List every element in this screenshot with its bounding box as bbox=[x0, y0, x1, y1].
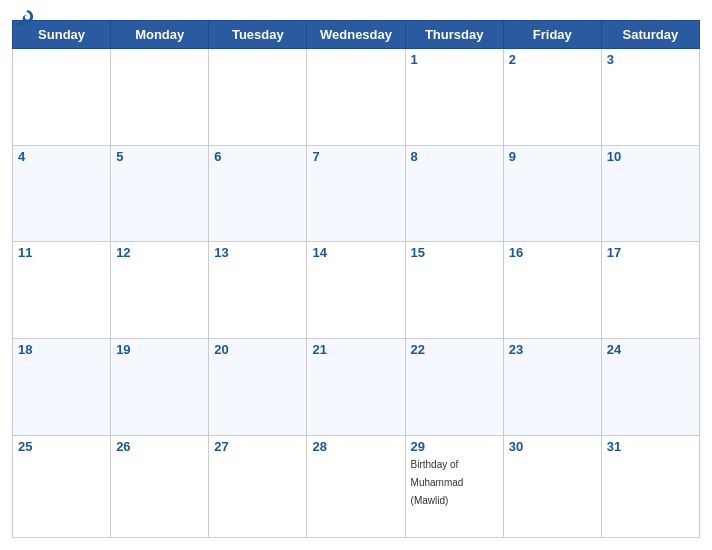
calendar-cell: 24 bbox=[601, 339, 699, 436]
calendar-cell: 12 bbox=[111, 242, 209, 339]
calendar-cell: 4 bbox=[13, 145, 111, 242]
calendar-cell: 27 bbox=[209, 435, 307, 537]
calendar-table: SundayMondayTuesdayWednesdayThursdayFrid… bbox=[12, 20, 700, 538]
calendar-cell: 23 bbox=[503, 339, 601, 436]
day-number: 13 bbox=[214, 245, 301, 260]
calendar-week-row: 45678910 bbox=[13, 145, 700, 242]
weekday-header-friday: Friday bbox=[503, 21, 601, 49]
calendar-cell: 10 bbox=[601, 145, 699, 242]
calendar-cell: 3 bbox=[601, 49, 699, 146]
day-number: 29 bbox=[411, 439, 498, 454]
calendar-cell: 1 bbox=[405, 49, 503, 146]
day-number: 19 bbox=[116, 342, 203, 357]
calendar-cell: 15 bbox=[405, 242, 503, 339]
logo-bird-icon bbox=[14, 8, 36, 34]
day-number: 30 bbox=[509, 439, 596, 454]
calendar-cell: 26 bbox=[111, 435, 209, 537]
calendar-cell: 8 bbox=[405, 145, 503, 242]
day-number: 31 bbox=[607, 439, 694, 454]
calendar-week-row: 18192021222324 bbox=[13, 339, 700, 436]
day-number: 22 bbox=[411, 342, 498, 357]
weekday-header-thursday: Thursday bbox=[405, 21, 503, 49]
calendar-cell: 17 bbox=[601, 242, 699, 339]
day-number: 5 bbox=[116, 149, 203, 164]
weekday-header-monday: Monday bbox=[111, 21, 209, 49]
day-number: 23 bbox=[509, 342, 596, 357]
calendar-cell: 20 bbox=[209, 339, 307, 436]
calendar-cell bbox=[307, 49, 405, 146]
calendar-cell: 28 bbox=[307, 435, 405, 537]
calendar-cell: 16 bbox=[503, 242, 601, 339]
day-number: 26 bbox=[116, 439, 203, 454]
day-number: 12 bbox=[116, 245, 203, 260]
calendar-cell: 22 bbox=[405, 339, 503, 436]
calendar-cell: 19 bbox=[111, 339, 209, 436]
day-number: 27 bbox=[214, 439, 301, 454]
day-number: 16 bbox=[509, 245, 596, 260]
calendar-cell bbox=[13, 49, 111, 146]
calendar-header bbox=[12, 10, 700, 14]
day-number: 4 bbox=[18, 149, 105, 164]
calendar-cell: 2 bbox=[503, 49, 601, 146]
calendar-week-row: 123 bbox=[13, 49, 700, 146]
day-number: 11 bbox=[18, 245, 105, 260]
calendar-cell: 11 bbox=[13, 242, 111, 339]
day-number: 6 bbox=[214, 149, 301, 164]
weekday-header-wednesday: Wednesday bbox=[307, 21, 405, 49]
calendar-cell: 14 bbox=[307, 242, 405, 339]
logo bbox=[12, 10, 36, 34]
weekday-header-saturday: Saturday bbox=[601, 21, 699, 49]
day-number: 7 bbox=[312, 149, 399, 164]
day-number: 1 bbox=[411, 52, 498, 67]
day-number: 18 bbox=[18, 342, 105, 357]
day-number: 15 bbox=[411, 245, 498, 260]
calendar-cell: 9 bbox=[503, 145, 601, 242]
day-number: 24 bbox=[607, 342, 694, 357]
day-number: 9 bbox=[509, 149, 596, 164]
day-number: 14 bbox=[312, 245, 399, 260]
calendar-container: SundayMondayTuesdayWednesdayThursdayFrid… bbox=[0, 0, 712, 550]
day-number: 8 bbox=[411, 149, 498, 164]
calendar-cell: 21 bbox=[307, 339, 405, 436]
calendar-cell: 30 bbox=[503, 435, 601, 537]
calendar-cell: 6 bbox=[209, 145, 307, 242]
calendar-cell: 18 bbox=[13, 339, 111, 436]
calendar-cell bbox=[209, 49, 307, 146]
day-number: 3 bbox=[607, 52, 694, 67]
day-number: 21 bbox=[312, 342, 399, 357]
calendar-cell bbox=[111, 49, 209, 146]
day-number: 25 bbox=[18, 439, 105, 454]
day-number: 20 bbox=[214, 342, 301, 357]
holiday-label: Birthday of Muhammad (Mawlid) bbox=[411, 459, 464, 506]
weekday-header-row: SundayMondayTuesdayWednesdayThursdayFrid… bbox=[13, 21, 700, 49]
day-number: 17 bbox=[607, 245, 694, 260]
calendar-cell: 7 bbox=[307, 145, 405, 242]
calendar-week-row: 11121314151617 bbox=[13, 242, 700, 339]
day-number: 28 bbox=[312, 439, 399, 454]
calendar-cell: 13 bbox=[209, 242, 307, 339]
calendar-week-row: 2526272829Birthday of Muhammad (Mawlid)3… bbox=[13, 435, 700, 537]
calendar-cell: 25 bbox=[13, 435, 111, 537]
calendar-cell: 31 bbox=[601, 435, 699, 537]
day-number: 10 bbox=[607, 149, 694, 164]
calendar-cell: 5 bbox=[111, 145, 209, 242]
weekday-header-tuesday: Tuesday bbox=[209, 21, 307, 49]
calendar-cell: 29Birthday of Muhammad (Mawlid) bbox=[405, 435, 503, 537]
day-number: 2 bbox=[509, 52, 596, 67]
